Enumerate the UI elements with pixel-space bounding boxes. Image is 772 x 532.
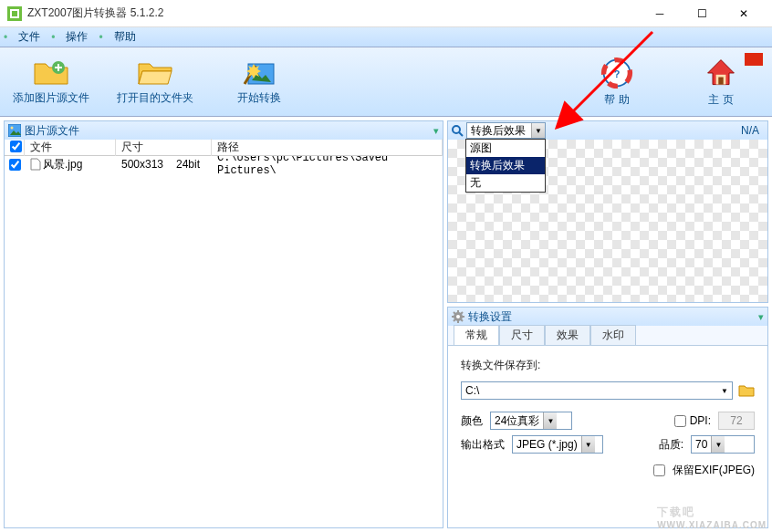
maximize-button[interactable]: ☐ (681, 0, 723, 27)
dpi-label: DPI: (690, 414, 711, 427)
folder-add-icon (33, 58, 69, 88)
settings-title: 转换设置 (468, 309, 512, 325)
window-title: ZXT2007图片转换器 5.1.2.2 (27, 5, 639, 21)
svg-point-12 (11, 127, 14, 130)
site-watermark: 下载吧 WWW.XIAZAIBA.COM (657, 499, 767, 530)
help-button[interactable]: ? 帮 助 (571, 52, 662, 112)
col-size[interactable]: 尺寸 (116, 139, 212, 156)
close-button[interactable]: ✕ (723, 0, 765, 27)
help-label: 帮 助 (604, 92, 629, 108)
menu-dot: • (51, 31, 55, 44)
settings-tabs: 常规 尺寸 效果 水印 (448, 326, 767, 346)
menu-help[interactable]: 帮助 (107, 27, 143, 47)
svg-point-15 (456, 315, 460, 318)
open-target-button[interactable]: 打开目的文件夹 (110, 52, 201, 112)
gear-icon (452, 310, 464, 323)
file-path: C:\Users\pc\Pictures\Saved Pictures\ (212, 156, 443, 178)
browse-folder-icon[interactable] (738, 383, 755, 398)
preview-mode-combo[interactable]: ▼ (466, 122, 546, 139)
minimize-button[interactable]: ─ (639, 0, 681, 27)
exif-checkbox[interactable] (653, 464, 665, 476)
window-titlebar: ZXT2007图片转换器 5.1.2.2 ─ ☐ ✕ (0, 0, 772, 27)
source-list-body: 风景.jpg 500x313 24bit C:\Users\pc\Picture… (5, 156, 443, 514)
chevron-down-icon[interactable]: ▼ (711, 436, 725, 453)
save-path-value: C:\ (465, 384, 479, 397)
app-icon (7, 6, 22, 21)
quality-label: 品质: (659, 437, 683, 453)
exif-label: 保留EXIF(JPEG) (673, 463, 755, 478)
collapse-icon[interactable]: ▾ (433, 125, 439, 137)
preview-panel: ▼ N/A 源图 转换后效果 无 (447, 120, 768, 303)
table-row[interactable]: 风景.jpg 500x313 24bit C:\Users\pc\Picture… (5, 156, 443, 172)
format-select[interactable]: JPEG (*.jpg) ▼ (512, 435, 603, 454)
file-bits: 24bit (171, 157, 212, 172)
start-convert-button[interactable]: 开始转换 (214, 52, 305, 112)
chevron-down-icon[interactable]: ▼ (543, 412, 557, 429)
svg-point-13 (453, 126, 460, 133)
toolbar: 添加图片源文件 打开目的文件夹 开始转换 ? 帮 助 主 页 (0, 47, 772, 117)
add-source-button[interactable]: 添加图片源文件 (5, 52, 97, 112)
col-file[interactable]: 文件 (25, 139, 116, 156)
row-checkbox[interactable] (9, 159, 21, 171)
svg-rect-10 (718, 77, 723, 84)
format-label: 输出格式 (461, 437, 505, 453)
save-path-input[interactable]: C:\ ▼ (461, 381, 733, 400)
select-all-checkbox[interactable] (10, 141, 22, 152)
source-files-header: 图片源文件 ▾ (5, 121, 443, 140)
dpi-input (718, 412, 755, 430)
flag-icon[interactable] (745, 53, 763, 66)
settings-header: 转换设置 ▾ (448, 308, 767, 326)
preview-mode-dropdown[interactable]: 源图 转换后效果 无 (465, 139, 546, 193)
col-path[interactable]: 路径 (212, 139, 443, 156)
menu-dot: • (99, 31, 102, 44)
color-label: 颜色 (461, 413, 483, 429)
option-source-image[interactable]: 源图 (466, 140, 545, 157)
svg-text:?: ? (614, 68, 621, 79)
menu-dot: • (4, 31, 7, 44)
add-source-label: 添加图片源文件 (13, 90, 89, 106)
home-icon (703, 57, 739, 89)
folder-open-icon (137, 58, 173, 88)
save-to-label: 转换文件保存到: (461, 358, 540, 373)
source-files-panel: 图片源文件 ▾ 文件 尺寸 路径 风景.jpg 500x313 24bit (4, 120, 443, 528)
preview-header: ▼ N/A (448, 121, 767, 140)
help-icon: ? (599, 57, 635, 89)
file-size: 500x313 (116, 157, 171, 172)
option-after-convert[interactable]: 转换后效果 (466, 157, 545, 174)
quality-value: 70 (692, 438, 711, 451)
file-icon (30, 158, 41, 171)
settings-body: 转换文件保存到: C:\ ▼ 颜色 24位真彩 ▼ (448, 346, 767, 487)
tab-watermark[interactable]: 水印 (590, 325, 636, 345)
dpi-checkbox[interactable] (674, 415, 686, 427)
option-none[interactable]: 无 (466, 174, 545, 192)
tab-effect[interactable]: 效果 (545, 325, 590, 345)
preview-mode-value[interactable] (467, 123, 531, 138)
settings-panel: 转换设置 ▾ 常规 尺寸 效果 水印 转换文件保存到: C:\ ▼ (447, 307, 768, 528)
content-area: 图片源文件 ▾ 文件 尺寸 路径 风景.jpg 500x313 24bit (0, 117, 772, 532)
start-convert-label: 开始转换 (237, 90, 281, 106)
chevron-down-icon[interactable]: ▼ (581, 436, 595, 453)
color-value: 24位真彩 (491, 413, 543, 429)
preview-status: N/A (741, 124, 765, 137)
open-target-label: 打开目的文件夹 (117, 90, 193, 106)
menu-operation[interactable]: 操作 (58, 27, 95, 47)
home-label: 主 页 (708, 92, 733, 108)
svg-rect-2 (12, 11, 17, 16)
format-value: JPEG (*.jpg) (513, 438, 581, 451)
source-list-header: 文件 尺寸 路径 (5, 140, 443, 156)
chevron-down-icon[interactable]: ▼ (721, 387, 728, 395)
image-icon (8, 124, 21, 137)
color-select[interactable]: 24位真彩 ▼ (490, 412, 572, 430)
tab-size[interactable]: 尺寸 (499, 325, 545, 345)
chevron-down-icon[interactable]: ▼ (531, 123, 545, 138)
file-name: 风景.jpg (43, 157, 82, 172)
magic-wand-icon (241, 58, 277, 88)
collapse-icon[interactable]: ▾ (758, 311, 764, 323)
source-files-title: 图片源文件 (25, 123, 79, 139)
tab-general[interactable]: 常规 (454, 325, 499, 345)
magnifier-icon[interactable] (451, 124, 464, 137)
menu-file[interactable]: 文件 (11, 27, 47, 47)
menubar: • 文件 • 操作 • 帮助 (0, 27, 772, 47)
quality-select[interactable]: 70 ▼ (691, 435, 755, 454)
